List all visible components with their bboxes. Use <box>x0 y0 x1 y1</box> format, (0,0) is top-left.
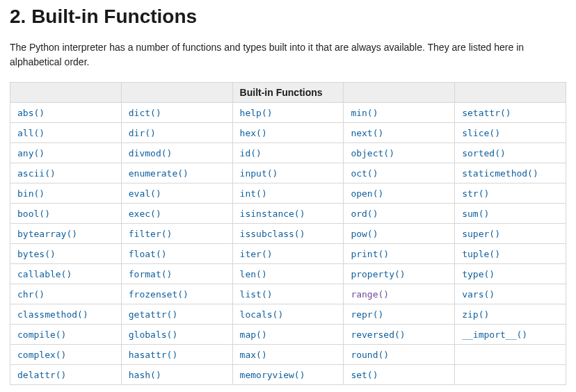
function-link[interactable]: classmethod() <box>17 309 88 320</box>
table-cell: exec() <box>121 204 232 224</box>
table-cell: isinstance() <box>232 204 344 224</box>
table-row: compile()globals()map()reversed()__impor… <box>10 325 566 345</box>
table-cell: __import__() <box>455 325 566 345</box>
table-cell: help() <box>232 103 344 123</box>
function-link[interactable]: isinstance() <box>240 209 305 219</box>
function-link[interactable]: format() <box>129 269 173 279</box>
table-cell: open() <box>344 183 455 204</box>
function-link[interactable]: next() <box>351 128 383 138</box>
table-cell: round() <box>344 345 455 365</box>
function-link[interactable]: len() <box>240 269 267 279</box>
table-cell: super() <box>455 224 566 244</box>
table-cell: iter() <box>232 244 344 264</box>
function-link[interactable]: locals() <box>240 309 284 320</box>
function-link[interactable]: complex() <box>17 350 66 360</box>
function-link[interactable]: map() <box>240 329 267 340</box>
function-link[interactable]: vars() <box>462 289 495 300</box>
function-link[interactable]: all() <box>17 128 45 138</box>
function-link[interactable]: setattr() <box>462 108 511 118</box>
table-row: classmethod()getattr()locals()repr()zip(… <box>10 304 566 325</box>
function-link[interactable]: sorted() <box>462 148 506 158</box>
function-link[interactable]: dict() <box>129 108 161 118</box>
function-link[interactable]: reversed() <box>351 329 405 340</box>
function-link[interactable]: set() <box>351 370 378 380</box>
table-row: complex()hasattr()max()round() <box>10 345 566 365</box>
function-link[interactable]: delattr() <box>17 370 66 380</box>
function-link[interactable]: globals() <box>129 329 177 340</box>
function-link[interactable]: abs() <box>17 108 45 118</box>
function-link[interactable]: eval() <box>129 188 161 199</box>
function-link[interactable]: oct() <box>351 168 378 179</box>
table-cell: dir() <box>121 123 232 143</box>
table-cell: object() <box>344 143 455 163</box>
function-link[interactable]: range() <box>351 289 389 300</box>
table-cell: locals() <box>232 304 344 325</box>
function-link[interactable]: help() <box>240 108 273 118</box>
table-cell: enumerate() <box>121 163 232 183</box>
function-link[interactable]: bin() <box>17 188 45 199</box>
function-link[interactable]: super() <box>462 229 500 239</box>
table-cell: any() <box>10 143 122 163</box>
function-link[interactable]: int() <box>240 188 267 199</box>
function-link[interactable]: callable() <box>17 269 72 279</box>
table-row: bytearray()filter()issubclass()pow()supe… <box>10 224 566 244</box>
function-link[interactable]: any() <box>17 148 45 158</box>
function-link[interactable]: bool() <box>17 209 50 219</box>
table-cell: next() <box>344 123 455 143</box>
function-link[interactable]: getattr() <box>129 309 177 320</box>
table-row: any()divmod()id()object()sorted() <box>10 143 566 163</box>
function-link[interactable]: hash() <box>129 370 161 380</box>
function-link[interactable]: input() <box>240 168 278 179</box>
function-link[interactable]: object() <box>351 148 394 158</box>
table-cell: id() <box>232 143 344 163</box>
function-link[interactable]: filter() <box>129 229 173 239</box>
table-cell: ascii() <box>10 163 122 183</box>
table-cell <box>455 365 566 385</box>
table-cell: sorted() <box>455 143 566 163</box>
function-link[interactable]: iter() <box>240 249 273 259</box>
function-link[interactable]: issubclass() <box>240 229 305 239</box>
function-link[interactable]: zip() <box>462 309 489 320</box>
table-cell: bool() <box>10 204 122 224</box>
function-link[interactable]: pow() <box>351 229 378 239</box>
function-link[interactable]: exec() <box>129 209 161 219</box>
function-link[interactable]: print() <box>351 249 389 259</box>
function-link[interactable]: float() <box>129 249 167 259</box>
function-link[interactable]: sum() <box>462 209 489 219</box>
function-link[interactable]: property() <box>351 269 405 279</box>
function-link[interactable]: ord() <box>351 209 378 219</box>
function-link[interactable]: open() <box>351 188 383 199</box>
table-cell: float() <box>121 244 232 264</box>
function-link[interactable]: max() <box>240 350 267 360</box>
table-header-empty <box>10 83 122 103</box>
function-link[interactable]: round() <box>351 350 389 360</box>
function-link[interactable]: chr() <box>17 289 45 300</box>
function-link[interactable]: min() <box>351 108 378 118</box>
function-link[interactable]: bytes() <box>17 249 56 259</box>
table-cell: list() <box>232 284 344 304</box>
function-link[interactable]: list() <box>240 289 273 300</box>
table-cell: str() <box>455 183 566 204</box>
function-link[interactable]: repr() <box>351 309 383 320</box>
function-link[interactable]: divmod() <box>129 148 173 158</box>
function-link[interactable]: slice() <box>462 128 500 138</box>
function-link[interactable]: dir() <box>129 128 156 138</box>
table-cell: format() <box>121 264 232 284</box>
function-link[interactable]: id() <box>240 148 262 158</box>
function-link[interactable]: staticmethod() <box>462 168 538 179</box>
function-link[interactable]: hex() <box>240 128 267 138</box>
function-link[interactable]: frozenset() <box>129 289 189 300</box>
function-link[interactable]: compile() <box>17 329 66 340</box>
function-link[interactable]: type() <box>462 269 495 279</box>
table-row: bool()exec()isinstance()ord()sum() <box>10 204 566 224</box>
function-link[interactable]: str() <box>462 188 489 199</box>
function-link[interactable]: ascii() <box>17 168 56 179</box>
function-link[interactable]: tuple() <box>462 249 500 259</box>
function-link[interactable]: __import__() <box>462 329 527 340</box>
function-link[interactable]: hasattr() <box>129 350 177 360</box>
function-link[interactable]: bytearray() <box>17 229 77 239</box>
table-cell: input() <box>232 163 344 183</box>
function-link[interactable]: memoryview() <box>240 370 305 380</box>
table-cell: ord() <box>344 204 455 224</box>
function-link[interactable]: enumerate() <box>129 168 189 179</box>
